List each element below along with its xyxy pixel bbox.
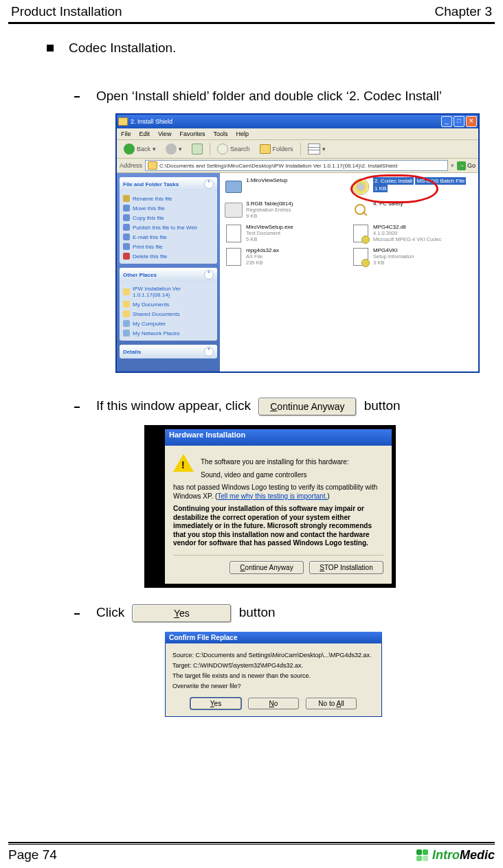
file-item[interactable]: MPG4C32.dll4.1.0.3920Microsoft MPEG-4 VK… — [351, 224, 474, 243]
up-button[interactable] — [189, 142, 205, 156]
setup-icon — [225, 181, 242, 193]
folder-icon — [148, 161, 157, 170]
dialog-warning-text: Continuing your installation of this sof… — [173, 505, 383, 548]
step-2-text: If this window appear, click Continue An… — [96, 398, 495, 415]
menu-tools[interactable]: Tools — [213, 130, 227, 137]
dialog-text: has not passed Windows Logo testing to v… — [173, 483, 383, 501]
yes-button-ref: Yes — [132, 604, 231, 622]
window-titlebar: 2. Install Shield _ □ ✕ — [117, 115, 478, 128]
file-item[interactable]: MPG4VKISetup Information3 KB — [351, 247, 474, 266]
address-label: Address — [120, 162, 142, 169]
reg-icon — [225, 203, 243, 218]
header-left: Product Installation — [11, 4, 122, 19]
task-item[interactable]: E-mail this file — [123, 232, 214, 242]
window-title: 2. Install Shield — [131, 118, 172, 125]
folders-button[interactable]: Folders — [257, 143, 296, 155]
minimize-icon[interactable]: _ — [441, 116, 452, 127]
close-icon[interactable]: ✕ — [466, 116, 477, 127]
file-item[interactable]: 1.MiroViewSetup — [224, 177, 347, 196]
menu-file[interactable]: File — [121, 130, 131, 137]
page-number: Page 74 — [8, 847, 57, 863]
place-item[interactable]: My Computer — [123, 319, 214, 328]
file-area: 1.MiroViewSetup 2. Codec Install MS-DOS … — [220, 173, 478, 372]
magnifier-icon — [353, 203, 368, 218]
toolbar: Back ▾ ▾ Search Folders ▾ — [117, 140, 478, 159]
yes-button[interactable]: Yes — [190, 698, 241, 709]
place-item[interactable]: My Documents — [123, 299, 214, 309]
file-item[interactable]: 3.RGB Table(0814)Registration Entries9 K… — [224, 201, 347, 220]
confirm-file-replace-dialog: Confirm File Replace Source: C:\Document… — [165, 632, 382, 717]
go-button[interactable]: → Go — [457, 161, 476, 170]
task-item[interactable]: Delete this file — [123, 251, 214, 261]
task-item[interactable]: Rename this file — [123, 194, 214, 203]
panel-title: Other Places — [123, 272, 157, 278]
menu-view[interactable]: View — [158, 130, 171, 137]
dialog-text: The software you are installing for this… — [173, 458, 383, 467]
section-title: Codec Installation. — [69, 41, 176, 56]
dash-icon — [74, 407, 80, 408]
hardware-installation-dialog: Hardware Installation The software you a… — [165, 429, 392, 584]
task-item[interactable]: Print this file — [123, 242, 214, 251]
chevron-up-icon[interactable]: ˄ — [204, 270, 214, 279]
file-item[interactable]: mpg4ds32.axAX File235 KB — [224, 247, 347, 266]
folder-icon — [118, 117, 128, 126]
explorer-window: 2. Install Shield _ □ ✕ File Edit View F… — [115, 113, 480, 373]
address-bar: Address C:\Documents and Settings\MiroCa… — [117, 159, 478, 173]
task-item[interactable]: Publish this file to the Web — [123, 222, 214, 232]
file-item[interactable]: 4. PC safety — [351, 201, 474, 220]
task-item[interactable]: Move this file — [123, 203, 214, 213]
no-button[interactable]: No — [248, 698, 299, 709]
dialog-text: The target file exists and is newer than… — [172, 672, 375, 680]
tell-me-why-link[interactable]: Tell me why this testing is important. — [217, 492, 327, 500]
no-to-all-button[interactable]: No to All — [306, 698, 357, 709]
address-path: C:\Documents and Settings\MiroCam\Deskto… — [159, 163, 397, 169]
stop-installation-button[interactable]: STOP Installation — [309, 561, 383, 574]
back-button[interactable]: Back ▾ — [121, 142, 159, 156]
text-doc-icon — [226, 225, 241, 242]
logo-mark-icon — [416, 849, 428, 861]
sidebar: File and Folder Tasks ˄ Rename this file… — [117, 173, 220, 372]
file-item-codec-install[interactable]: 2. Codec Install MS-DOS Batch File 1 KB — [351, 177, 474, 196]
place-item[interactable]: Shared Documents — [123, 309, 214, 319]
menu-help[interactable]: Help — [236, 130, 249, 137]
batch-icon — [353, 179, 369, 195]
file-tasks-panel: File and Folder Tasks ˄ Rename this file… — [120, 177, 217, 264]
maximize-icon[interactable]: □ — [454, 116, 465, 127]
dialog-text: Source: C:\Documents and Settings\MiroCa… — [172, 652, 375, 659]
step-3-text: Click Yes button — [96, 604, 495, 622]
dll-icon — [353, 225, 368, 242]
views-button[interactable]: ▾ — [305, 142, 328, 156]
step-1-text: Open ‘Install shield’ folder and double … — [96, 89, 495, 104]
menu-bar: File Edit View Favorites Tools Help — [117, 128, 478, 140]
warning-icon — [173, 454, 194, 475]
dialog-title: Confirm File Replace — [165, 632, 382, 643]
file-item[interactable]: MiroViewSetup.exeText Document5 KB — [224, 224, 347, 243]
search-button[interactable]: Search — [214, 142, 253, 156]
chevron-down-icon[interactable]: ˅ — [204, 347, 214, 356]
dialog-text: Sound, video and game controllers — [173, 471, 383, 480]
header-right: Chapter 3 — [435, 4, 492, 19]
continue-anyway-button-ref: Continue Anyway — [258, 398, 356, 415]
page-footer: Page 74 IntroMedic — [8, 842, 495, 863]
brand-logo: IntroMedic — [416, 848, 495, 863]
address-field[interactable]: C:\Documents and Settings\MiroCam\Deskto… — [145, 160, 448, 171]
ax-icon — [226, 248, 241, 266]
dash-icon — [74, 613, 80, 615]
inf-icon — [353, 248, 368, 266]
dialog-title: Hardware Installation — [165, 429, 392, 446]
dialog-text: Overwrite the newer file? — [172, 683, 375, 690]
chevron-up-icon[interactable]: ˄ — [204, 179, 214, 189]
menu-favorites[interactable]: Favorites — [179, 130, 205, 137]
panel-title: Details — [123, 349, 141, 355]
dash-icon — [74, 96, 80, 98]
dialog-text: Target: C:\WINDOWS\system32\MPG4ds32.ax. — [172, 662, 375, 670]
place-item[interactable]: IPW Installation Ver 1.0.1.17(08.14) — [123, 284, 214, 299]
other-places-panel: Other Places ˄ IPW Installation Ver 1.0.… — [120, 268, 217, 341]
task-item[interactable]: Copy this file — [123, 213, 214, 222]
menu-edit[interactable]: Edit — [139, 130, 150, 137]
forward-button: ▾ — [163, 142, 185, 156]
continue-anyway-button[interactable]: Continue Anyway — [230, 561, 304, 574]
details-panel: Details ˅ — [120, 345, 217, 358]
bullet-square-icon — [47, 45, 54, 52]
place-item[interactable]: My Network Places — [123, 328, 214, 338]
